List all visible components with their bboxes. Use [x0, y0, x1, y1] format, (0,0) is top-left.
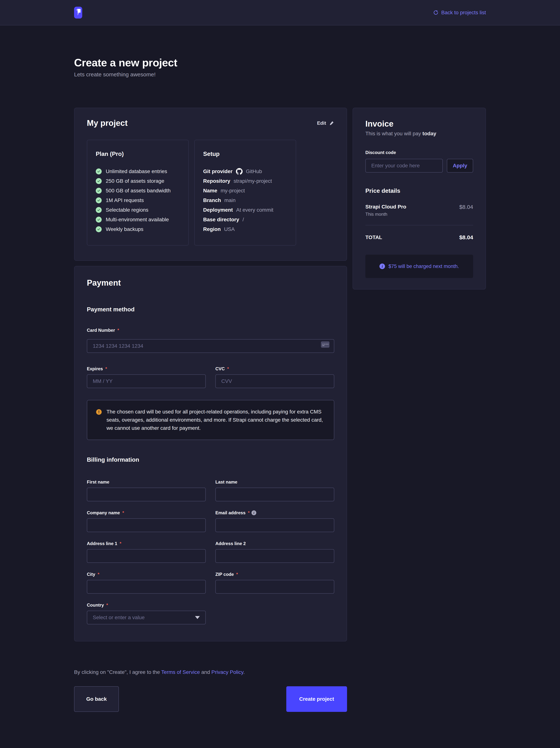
- payment-method-title: Payment method: [87, 306, 334, 313]
- city-label: City: [87, 572, 95, 577]
- last-name-input[interactable]: [215, 488, 334, 501]
- setup-value: strapi/my-project: [234, 178, 272, 184]
- company-name-label: Company name: [87, 510, 120, 515]
- strapi-logo-icon: [74, 7, 82, 19]
- intro-section: Create a new project Lets create somethi…: [74, 25, 486, 78]
- setup-label: Base directory: [203, 217, 239, 223]
- required-asterisk: *: [248, 510, 250, 515]
- address-line-1-input[interactable]: [87, 549, 206, 563]
- notice-text: The chosen card will be used for all pro…: [106, 408, 325, 432]
- setup-value: USA: [224, 226, 235, 232]
- plan-title: Plan (Pro): [96, 150, 180, 157]
- setup-row-repository: Repository strapi/my-project: [203, 176, 287, 186]
- address-line-2-label: Address line 2: [215, 541, 246, 546]
- price-line-item: Strapi Cloud Pro $8.04: [365, 204, 473, 210]
- invoice-card: Invoice This is what you will pay today …: [352, 108, 486, 289]
- required-asterisk: *: [227, 366, 229, 371]
- plan-feature: 500 GB of assets bandwidth: [96, 186, 180, 195]
- required-asterisk: *: [122, 510, 124, 515]
- card-usage-notice: ! The chosen card will be used for all p…: [87, 400, 334, 440]
- setup-label: Repository: [203, 178, 230, 184]
- address-line-1-label: Address line 1: [87, 541, 117, 546]
- check-icon: [96, 226, 102, 232]
- terms-middle: and: [200, 669, 211, 675]
- edit-button[interactable]: Edit: [317, 120, 334, 126]
- setup-row-branch: Branch main: [203, 195, 287, 205]
- terms-of-service-link[interactable]: Terms of Service: [161, 669, 200, 675]
- plan-feature-label: 1M API requests: [106, 197, 144, 203]
- invoice-divider: [365, 225, 473, 225]
- page-subtitle: Lets create something awesome!: [74, 71, 486, 78]
- create-project-button[interactable]: Create project: [286, 686, 347, 712]
- setup-row-region: Region USA: [203, 225, 287, 234]
- address-line-2-input[interactable]: [215, 549, 334, 563]
- plan-feature: 1M API requests: [96, 195, 180, 205]
- plan-feature-label: Weekly backups: [106, 226, 143, 232]
- expires-label: Expires: [87, 366, 103, 371]
- warning-icon: !: [96, 409, 102, 415]
- first-name-input[interactable]: [87, 488, 206, 501]
- plan-feature-label: 500 GB of assets bandwidth: [106, 188, 171, 194]
- card-number-input[interactable]: [87, 339, 334, 353]
- setup-value: my-project: [221, 188, 245, 194]
- city-input[interactable]: [87, 580, 206, 593]
- zip-code-field: ZIP code*: [215, 572, 334, 593]
- setup-label: Region: [203, 226, 221, 232]
- setup-title: Setup: [203, 150, 287, 157]
- required-asterisk: *: [106, 603, 108, 608]
- plan-feature: 250 GB of assets storage: [96, 176, 180, 186]
- plan-feature-label: Unlimited database entries: [106, 168, 167, 174]
- plan-feature-label: Multi-environment available: [106, 217, 169, 223]
- invoice-subtitle-prefix: This is what you will pay: [365, 131, 422, 136]
- my-project-card: My project Edit Plan (Pro): [74, 108, 347, 261]
- setup-row-deployment: Deployment At every commit: [203, 205, 287, 215]
- setup-label: Git provider: [203, 168, 233, 174]
- cvc-input[interactable]: [215, 374, 334, 388]
- first-name-label: First name: [87, 480, 109, 485]
- required-asterisk: *: [236, 572, 238, 577]
- email-address-input[interactable]: [215, 518, 334, 532]
- strapi-logo[interactable]: [74, 7, 82, 19]
- chevron-down-icon: [195, 616, 200, 619]
- last-name-field: Last name: [215, 480, 334, 501]
- setup-value: /: [243, 217, 244, 223]
- card-number-field: Card Number*: [87, 328, 334, 353]
- check-icon: [96, 178, 102, 184]
- last-name-label: Last name: [215, 480, 237, 485]
- discount-code-input[interactable]: [365, 159, 443, 172]
- total-row: TOTAL $8.04: [365, 234, 473, 240]
- company-name-field: Company name*: [87, 510, 206, 532]
- apply-button[interactable]: Apply: [447, 159, 473, 172]
- address-line-1-field: Address line 1*: [87, 541, 206, 563]
- payment-title: Payment: [87, 278, 334, 287]
- cvc-field: CVC*: [215, 366, 334, 388]
- privacy-policy-link[interactable]: Privacy Policy: [212, 669, 243, 675]
- total-label: TOTAL: [365, 234, 382, 240]
- back-to-projects-link[interactable]: Back to projects list: [433, 9, 486, 16]
- check-icon: [96, 188, 102, 194]
- check-icon: [96, 168, 102, 174]
- required-asterisk: *: [98, 572, 99, 577]
- billing-information-title: Billing information: [87, 456, 334, 463]
- invoice-title: Invoice: [365, 119, 473, 128]
- expires-input[interactable]: [87, 374, 206, 388]
- github-icon: [236, 168, 243, 175]
- plan-feature: Weekly backups: [96, 225, 180, 234]
- plan-feature: Multi-environment available: [96, 215, 180, 225]
- price-details-title: Price details: [365, 187, 473, 194]
- price-item-period: This month: [365, 212, 473, 217]
- setup-label: Branch: [203, 197, 221, 203]
- company-name-input[interactable]: [87, 518, 206, 532]
- check-icon: [96, 197, 102, 203]
- zip-code-input[interactable]: [215, 580, 334, 593]
- footer-area: By clicking on "Create", I agree to the …: [74, 669, 347, 748]
- payment-card: Payment Payment method Card Number*: [74, 266, 347, 641]
- country-label: Country: [87, 603, 104, 608]
- country-select[interactable]: Select or enter a value: [87, 611, 206, 624]
- setup-value: At every commit: [236, 207, 273, 213]
- go-back-button[interactable]: Go back: [74, 686, 119, 712]
- plan-feature-list: Unlimited database entries 250 GB of ass…: [96, 167, 180, 234]
- back-arrow-icon: [433, 10, 439, 15]
- plan-feature: Selectable regions: [96, 205, 180, 215]
- email-info-icon[interactable]: i: [251, 510, 256, 515]
